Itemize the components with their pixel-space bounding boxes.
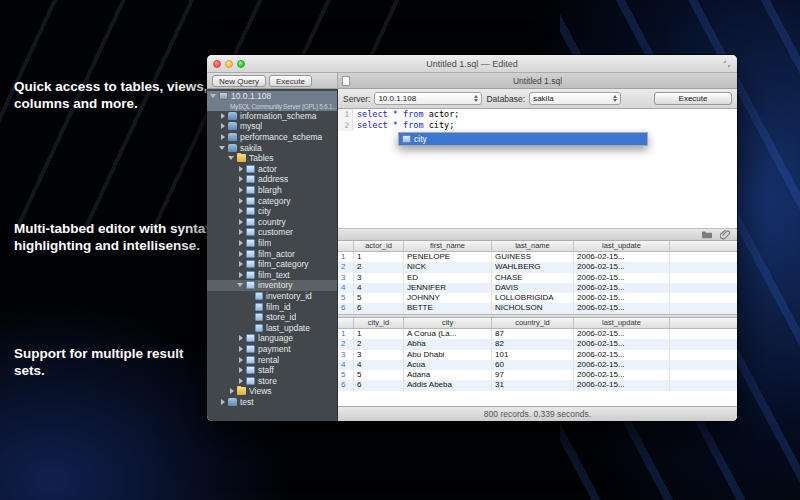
table-row[interactable]: 33EDCHASE2006-02-15... — [338, 273, 737, 283]
tab-untitled-sql[interactable]: Untitled 1.sql — [513, 76, 562, 86]
database-select[interactable]: sakila — [529, 92, 621, 105]
expander-right-icon[interactable] — [219, 122, 227, 130]
execute-query-button[interactable]: Execute — [654, 92, 732, 105]
tree-item-film_text[interactable]: film_text — [207, 270, 337, 281]
table-row[interactable]: 55Adana972006-02-15... — [338, 370, 737, 380]
paperclip-icon[interactable] — [720, 230, 731, 240]
table-row[interactable]: 33Abu Dhabi1012006-02-15... — [338, 350, 737, 360]
table-row[interactable]: 66Addis Abeba312006-02-15... — [338, 380, 737, 390]
tree-item-label: store_id — [266, 312, 296, 322]
chevron-updown-icon — [471, 95, 478, 102]
expander-right-icon[interactable] — [219, 398, 227, 406]
row-number-cell: 5 — [338, 370, 354, 380]
tree-item-inventory[interactable]: inventory — [207, 280, 337, 291]
fullscreen-icon[interactable] — [723, 60, 731, 68]
column-header-last_update[interactable]: last_update — [574, 318, 670, 328]
tree-item-inventory_id[interactable]: inventory_id — [207, 291, 337, 302]
column-header-actor_id[interactable]: actor_id — [354, 241, 404, 251]
tree-item-country[interactable]: country — [207, 217, 337, 228]
table-icon — [246, 228, 255, 236]
expander-right-icon[interactable] — [237, 165, 245, 173]
tree-item-customer[interactable]: customer — [207, 227, 337, 238]
expander-right-icon[interactable] — [237, 186, 245, 194]
tree-item-city[interactable]: city — [207, 206, 337, 217]
tree-item-store_id[interactable]: store_id — [207, 312, 337, 323]
tree-item-actor[interactable]: actor — [207, 164, 337, 175]
table-row[interactable]: 44JENNIFERDAVIS2006-02-15... — [338, 283, 737, 293]
column-header-last_name[interactable]: last_name — [492, 241, 574, 251]
table-cell: 2 — [354, 339, 404, 349]
expander-right-icon[interactable] — [237, 218, 245, 226]
folder-icon[interactable] — [701, 230, 713, 239]
expander-right-icon[interactable] — [237, 207, 245, 215]
expander-down-icon[interactable] — [210, 92, 218, 100]
expander-right-icon[interactable] — [228, 387, 236, 395]
tree-item-staff[interactable]: staff — [207, 365, 337, 376]
tree-item-label: information_schema — [240, 111, 317, 121]
database-icon — [228, 398, 237, 406]
window-titlebar[interactable]: Untitled 1.sql — Edited — [207, 55, 737, 73]
tree-item-film_actor[interactable]: film_actor — [207, 248, 337, 259]
table-cell: JOHNNY — [404, 293, 492, 303]
server-icon — [219, 92, 228, 100]
expander-right-icon[interactable] — [237, 334, 245, 342]
tree-item-performance_schema[interactable]: performance_schema — [207, 132, 337, 143]
tree-item-Views[interactable]: Views — [207, 386, 337, 397]
tree-item-store[interactable]: store — [207, 375, 337, 386]
close-window-button[interactable] — [213, 60, 221, 68]
table-row[interactable]: 11A Corua (La...872006-02-15... — [338, 329, 737, 339]
execute-toolbar-button[interactable]: Execute — [269, 75, 312, 87]
table-row[interactable]: 22NICKWAHLBERG2006-02-15... — [338, 262, 737, 272]
expander-right-icon[interactable] — [237, 260, 245, 268]
sql-editor[interactable]: 1select * from actor;2select * from city… — [338, 109, 737, 229]
tree-item-10.0.1.108[interactable]: 10.0.1.108 — [207, 91, 337, 102]
expander-right-icon[interactable] — [237, 228, 245, 236]
table-row[interactable]: 44Acua602006-02-15... — [338, 360, 737, 370]
expander-right-icon[interactable] — [237, 271, 245, 279]
minimize-window-button[interactable] — [225, 60, 233, 68]
column-header-last_update[interactable]: last_update — [574, 241, 670, 251]
tree-item-mysql[interactable]: mysql — [207, 121, 337, 132]
tree-item-blargh[interactable]: blargh — [207, 185, 337, 196]
table-cell: A Corua (La... — [404, 329, 492, 339]
expander-right-icon[interactable] — [237, 239, 245, 247]
column-header-first_name[interactable]: first_name — [404, 241, 492, 251]
expander-right-icon[interactable] — [237, 250, 245, 258]
expander-down-icon[interactable] — [219, 144, 227, 152]
expander-right-icon[interactable] — [237, 345, 245, 353]
expander-right-icon[interactable] — [237, 175, 245, 183]
tree-item-film_category[interactable]: film_category — [207, 259, 337, 270]
new-query-button[interactable]: New Query — [212, 75, 266, 87]
table-row[interactable]: 55JOHNNYLOLLOBRIGIDA2006-02-15... — [338, 293, 737, 303]
tree-item-language[interactable]: language — [207, 333, 337, 344]
expander-right-icon[interactable] — [219, 133, 227, 141]
table-cell: CHASE — [492, 273, 574, 283]
expander-right-icon[interactable] — [219, 112, 227, 120]
column-header-city[interactable]: city — [404, 318, 492, 328]
table-row[interactable]: 11PENELOPEGUINESS2006-02-15... — [338, 252, 737, 262]
expander-right-icon[interactable] — [237, 366, 245, 374]
column-header-city_id[interactable]: city_id — [354, 318, 404, 328]
tree-item-last_update[interactable]: last_update — [207, 322, 337, 333]
expander-down-icon[interactable] — [228, 154, 236, 162]
expander-down-icon[interactable] — [237, 281, 245, 289]
tree-item-address[interactable]: address — [207, 174, 337, 185]
tree-item-film[interactable]: film — [207, 238, 337, 249]
tree-item-film_id[interactable]: film_id — [207, 301, 337, 312]
column-header-country_id[interactable]: country_id — [492, 318, 574, 328]
tree-item-information_schema[interactable]: information_schema — [207, 111, 337, 122]
tree-item-sakila[interactable]: sakila — [207, 142, 337, 153]
table-row[interactable]: 22Abha822006-02-15... — [338, 339, 737, 349]
expander-right-icon[interactable] — [237, 356, 245, 364]
tree-item-Tables[interactable]: Tables — [207, 153, 337, 164]
expander-right-icon[interactable] — [237, 197, 245, 205]
tree-item-rental[interactable]: rental — [207, 354, 337, 365]
server-select[interactable]: 10.0.1.108 — [374, 92, 482, 105]
table-row[interactable]: 66BETTENICHOLSON2006-02-15... — [338, 303, 737, 313]
zoom-window-button[interactable] — [237, 60, 245, 68]
autocomplete-item-city[interactable]: city — [399, 133, 647, 145]
tree-item-test[interactable]: test — [207, 397, 337, 408]
tree-item-payment[interactable]: payment — [207, 344, 337, 355]
tree-item-category[interactable]: category — [207, 195, 337, 206]
expander-right-icon[interactable] — [237, 377, 245, 385]
